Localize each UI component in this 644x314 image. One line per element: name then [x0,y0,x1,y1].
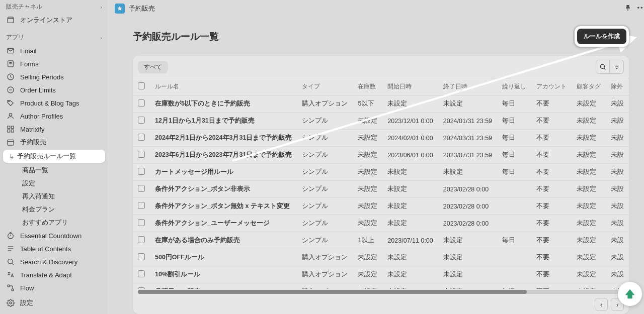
column-header[interactable]: ルール名 [150,78,297,95]
table-row[interactable]: 2023年6月1日から2023年7月31日まで予約販売シンプル未設定2023/0… [133,147,629,164]
table-row[interactable]: 条件外アクション_ボタン無効 x テキスト変更シンプル未設定未設定2023/02… [133,198,629,215]
table-row[interactable]: 在庫がある場合のみ予約販売シンプル1以上2023/07/11 0:00未設定毎日… [133,232,629,249]
sidebar-item-essential-countdown[interactable]: Essential Countdown [0,229,108,242]
sidebar-subitem[interactable]: 予約販売ルール一覧 [3,150,105,163]
row-checkbox[interactable] [138,270,145,277]
sidebar-item-selling-periods[interactable]: Selling Periods [0,70,108,83]
sidebar-item-forms[interactable]: Forms [0,57,108,70]
create-rule-button[interactable]: ルールを作成 [577,29,626,44]
cell-stock: 未設定 [353,113,382,130]
cell-tag: 未設定 [572,147,606,164]
channels-header[interactable]: 販売チャネル › [0,0,108,14]
cell-account: 不要 [531,113,572,130]
horizontal-scrollbar[interactable] [138,290,624,294]
row-checkbox[interactable] [138,287,145,289]
sidebar-subitem[interactable]: 商品一覧 [0,164,108,177]
cell-name: 10%割引ルール [150,266,297,283]
sidebar-item-email[interactable]: Email [0,44,108,57]
sidebar-item-online-store[interactable]: オンラインストア [0,14,108,27]
cell-repeat: 毎日 [497,130,531,147]
cell-end: 未設定 [438,249,497,266]
prev-page-button[interactable]: ‹ [595,298,608,311]
table-row[interactable]: カートメッセージ用ルールシンプル未設定未設定未設定毎日不要未設定未設 [133,164,629,181]
main-content: 予約販売 ••• 予約販売ルール一覧 ルールを作成 すべて [109,0,644,314]
sidebar-item-label: Order Limits [20,86,56,94]
cell-account: 不要 [531,164,572,181]
sidebar-item--[interactable]: 予約販売 [0,136,108,149]
table-row[interactable]: 条件外アクション_ユーザーメッセージシンプル未設定未設定2023/02/28 0… [133,215,629,232]
sidebar-item-flow[interactable]: Flow [0,281,108,294]
cell-account: 不要 [531,130,572,147]
sidebar-item-matrixify[interactable]: Matrixify [0,123,108,136]
table-row[interactable]: 条件外アクション_ボタン非表示シンプル未設定未設定2023/02/28 0:00… [133,181,629,198]
column-header[interactable]: 終了日時 [438,78,497,95]
cell-stock: 未設定 [353,147,382,164]
row-checkbox[interactable] [138,185,145,192]
svg-rect-12 [11,130,14,132]
cell-repeat [497,198,531,215]
table-row[interactable]: 月曜日のみ販売購入オプション未設定未設定未設定毎週不要未設定未設 [133,283,629,289]
sidebar-subitem[interactable]: 設定 [0,177,108,190]
column-header[interactable]: アカウント [531,78,572,95]
table-row[interactable]: 10%割引ルール購入オプション未設定未設定未設定不要未設定未設 [133,266,629,283]
apps-header[interactable]: アプリ › [0,31,108,44]
column-header[interactable]: 除外 [606,78,629,95]
sidebar-item-order-limits[interactable]: Order Limits [0,83,108,96]
sidebar-item-label: Selling Periods [20,73,64,81]
svg-point-22 [10,302,12,304]
table-row[interactable]: 在庫数が5以下のときに予約販売購入オプション5以下未設定未設定毎日不要未設定未設 [133,95,629,113]
column-header[interactable]: 顧客タグ [572,78,606,95]
app-name: 予約販売 [129,4,155,13]
sidebar-item-product-blog-tags[interactable]: Product & Blog Tags [0,96,108,110]
table-row[interactable]: 12月1日から1月31日まで予約販売シンプル未設定2023/12/01 0:00… [133,113,629,130]
sidebar-item-author-profiles[interactable]: Author Profiles [0,110,108,123]
search-icon-button[interactable] [596,60,610,74]
pin-icon[interactable] [624,4,632,14]
row-checkbox[interactable] [138,117,145,124]
cell-type: シンプル [297,147,353,164]
more-icon[interactable]: ••• [637,4,644,14]
row-checkbox[interactable] [138,253,145,260]
cell-stock: 未設定 [353,198,382,215]
column-header[interactable]: 繰り返し [497,78,531,95]
table-row[interactable]: 2024年2月1日から2024年3月31日まで予約販売シンプル未設定2024/0… [133,130,629,147]
row-checkbox[interactable] [138,202,145,209]
cell-end: 2023/02/28 0:00 [438,215,497,232]
svg-point-21 [12,289,14,291]
select-all-checkbox[interactable] [138,82,145,89]
filter-icon-button[interactable] [610,60,624,74]
cell-tag: 未設定 [572,266,606,283]
tab-all[interactable]: すべて [138,61,168,73]
row-checkbox[interactable] [138,168,145,175]
cell-type: シンプル [297,130,353,147]
cell-repeat: 毎日 [497,95,531,113]
row-checkbox[interactable] [138,219,145,226]
column-header[interactable]: タイプ [297,78,353,95]
sidebar-item-label: Essential Countdown [20,232,82,240]
svg-rect-10 [11,126,14,129]
row-checkbox[interactable] [138,151,145,158]
column-header[interactable]: 開始日時 [382,78,438,95]
table-row[interactable]: 500円OFFルール購入オプション未設定未設定未設定不要未設定未設 [133,249,629,266]
sidebar-item-translate-adapt[interactable]: Translate & Adapt [0,268,108,281]
row-checkbox[interactable] [138,134,145,141]
cell-stock: 未設定 [353,164,382,181]
column-header[interactable]: 在庫数 [353,78,382,95]
cell-exclude: 未設 [606,198,629,215]
row-checkbox[interactable] [138,99,145,107]
sidebar-item-search-discovery[interactable]: Search & Discovery [0,255,108,268]
cell-exclude: 未設 [606,266,629,283]
sidebar-subitem[interactable]: 料金プラン [0,203,108,216]
cell-start: 未設定 [382,164,438,181]
sidebar-subitem[interactable]: 再入荷通知 [0,190,108,203]
cell-account: 不要 [531,283,572,289]
cell-repeat: 毎日 [497,113,531,130]
svg-rect-11 [8,130,10,132]
sidebar-item-settings[interactable]: 設定 [0,296,108,309]
cell-end: 未設定 [438,283,497,289]
sidebar-subitem[interactable]: おすすめアプリ [0,216,108,229]
sidebar-item-table-of-contents[interactable]: Table of Contents [0,242,108,255]
row-checkbox[interactable] [138,236,145,243]
chat-widget[interactable] [618,282,642,306]
sidebar-item-label: Product & Blog Tags [20,99,79,107]
